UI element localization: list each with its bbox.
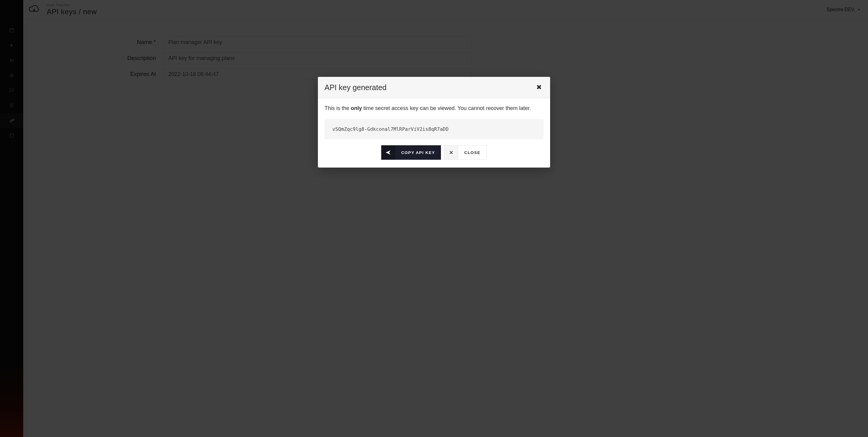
api-key-modal: API key generated ✖ This is the only tim… <box>318 77 550 168</box>
api-key-value[interactable]: vSQmZqc9lg8-Gdkconal7MlRParViV2is8qR7aDD <box>324 119 544 139</box>
close-label: CLOSE <box>458 145 487 160</box>
modal-title: API key generated <box>324 83 386 92</box>
close-icon: ✖ <box>536 83 542 91</box>
close-button[interactable]: CLOSE <box>444 145 487 160</box>
modal-warning: This is the only time secret access key … <box>324 104 544 112</box>
modal-overlay: API key generated ✖ This is the only tim… <box>0 0 868 437</box>
modal-close-x[interactable]: ✖ <box>534 83 544 92</box>
send-icon <box>381 145 395 160</box>
copy-api-key-button[interactable]: COPY API KEY <box>381 145 441 160</box>
warn-prefix: This is the <box>324 105 351 111</box>
x-icon <box>444 145 458 160</box>
copy-label: COPY API KEY <box>395 145 441 160</box>
warn-suffix: time secret access key can be viewed. Yo… <box>362 105 531 111</box>
svg-marker-14 <box>386 150 391 155</box>
warn-bold: only <box>351 105 362 111</box>
